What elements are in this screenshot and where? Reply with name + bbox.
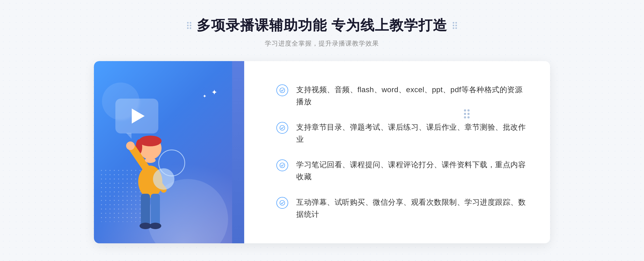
svg-point-14 (280, 163, 285, 168)
stripe-panel (232, 61, 244, 243)
features-area: 支持视频、音频、flash、word、excel、ppt、pdf等各种格式的资源… (244, 61, 550, 243)
feature-item-4: 互动弹幕、试听购买、微信分享、观看次数限制、学习进度跟踪、数据统计 (276, 191, 529, 226)
feature-item-1: 支持视频、音频、flash、word、excel、ppt、pdf等各种格式的资源… (276, 79, 529, 113)
title-row: 多项录播课辅助功能 专为线上教学打造 (187, 16, 457, 35)
feature-text-1: 支持视频、音频、flash、word、excel、ppt、pdf等各种格式的资源… (296, 84, 529, 108)
page-subtitle: 学习进度全掌握，提升录播课教学效果 (187, 39, 457, 48)
page-title: 多项录播课辅助功能 专为线上教学打造 (197, 16, 447, 35)
svg-point-10 (149, 223, 161, 229)
header-section: 多项录播课辅助功能 专为线上教学打造 学习进度全掌握，提升录播课教学效果 (187, 16, 457, 48)
svg-rect-7 (141, 194, 150, 226)
check-icon-2 (276, 122, 288, 134)
right-decoration-dots (453, 22, 457, 29)
left-circle-decoration (153, 150, 185, 190)
svg-point-2 (139, 136, 162, 146)
check-icon-3 (276, 159, 288, 171)
feature-item-3: 学习笔记回看、课程提问、课程评论打分、课件资料下载，重点内容收藏 (276, 154, 529, 188)
feature-text-3: 学习笔记回看、课程提问、课程评论打分、课件资料下载，重点内容收藏 (296, 159, 529, 183)
feature-item-2: 支持章节目录、弹题考试、课后练习、课后作业、章节测验、批改作业 (276, 116, 529, 151)
page-container: 多项录播课辅助功能 专为线上教学打造 学习进度全掌握，提升录播课教学效果 » (0, 0, 644, 243)
left-decoration-dots (187, 22, 191, 29)
feature-text-2: 支持章节目录、弹题考试、课后练习、课后作业、章节测验、批改作业 (296, 121, 529, 146)
svg-point-12 (280, 88, 285, 93)
svg-rect-8 (151, 194, 160, 226)
check-icon-4 (276, 197, 288, 209)
svg-point-15 (280, 200, 285, 205)
sparkle-decoration-1: ✦ (211, 88, 217, 97)
svg-point-5 (126, 141, 135, 150)
check-icon-1 (276, 84, 288, 96)
svg-point-13 (280, 125, 285, 130)
feature-text-4: 互动弹幕、试听购买、微信分享、观看次数限制、学习进度跟踪、数据统计 (296, 196, 529, 221)
sparkle-decoration-2: ✦ (203, 93, 207, 99)
right-dot-grid (464, 109, 470, 118)
